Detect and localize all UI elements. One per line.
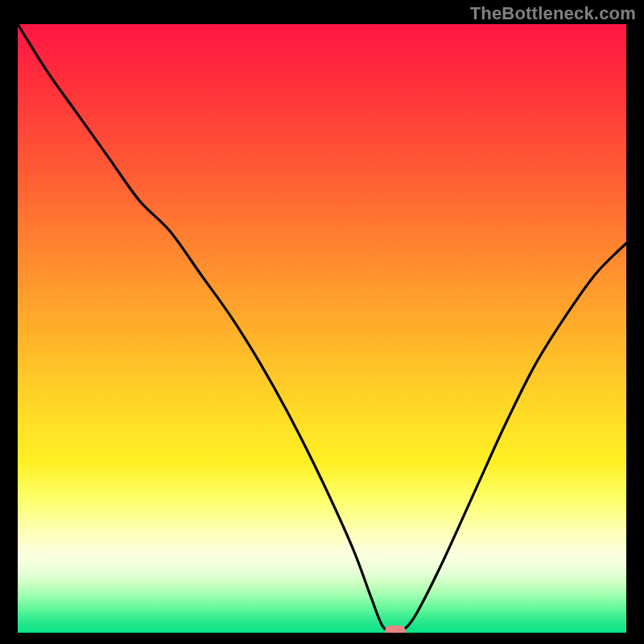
optimal-marker [385, 625, 406, 633]
bottleneck-curve [18, 24, 626, 633]
plot-area [18, 24, 626, 633]
chart-container: TheBottleneck.com [0, 0, 644, 644]
watermark-text: TheBottleneck.com [470, 3, 636, 24]
